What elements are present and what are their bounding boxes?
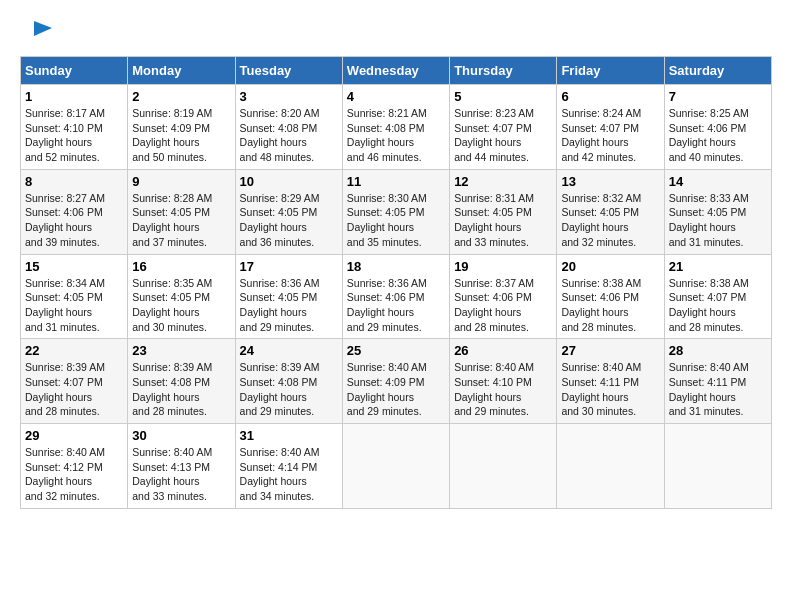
day-detail: Sunrise: 8:40 AMSunset: 4:09 PMDaylight … [347,360,445,419]
day-number: 6 [561,89,659,104]
calendar-cell [557,424,664,509]
day-detail: Sunrise: 8:28 AMSunset: 4:05 PMDaylight … [132,191,230,250]
calendar-week-row: 15Sunrise: 8:34 AMSunset: 4:05 PMDayligh… [21,254,772,339]
calendar-cell: 19Sunrise: 8:37 AMSunset: 4:06 PMDayligh… [450,254,557,339]
day-detail: Sunrise: 8:40 AMSunset: 4:11 PMDaylight … [669,360,767,419]
calendar-cell: 9Sunrise: 8:28 AMSunset: 4:05 PMDaylight… [128,169,235,254]
calendar-cell: 20Sunrise: 8:38 AMSunset: 4:06 PMDayligh… [557,254,664,339]
day-number: 22 [25,343,123,358]
day-detail: Sunrise: 8:29 AMSunset: 4:05 PMDaylight … [240,191,338,250]
day-detail: Sunrise: 8:40 AMSunset: 4:11 PMDaylight … [561,360,659,419]
day-number: 13 [561,174,659,189]
day-of-week-header: Tuesday [235,57,342,85]
day-number: 12 [454,174,552,189]
day-detail: Sunrise: 8:39 AMSunset: 4:08 PMDaylight … [132,360,230,419]
calendar-cell: 30Sunrise: 8:40 AMSunset: 4:13 PMDayligh… [128,424,235,509]
day-detail: Sunrise: 8:25 AMSunset: 4:06 PMDaylight … [669,106,767,165]
day-number: 9 [132,174,230,189]
day-number: 10 [240,174,338,189]
day-detail: Sunrise: 8:39 AMSunset: 4:07 PMDaylight … [25,360,123,419]
day-detail: Sunrise: 8:34 AMSunset: 4:05 PMDaylight … [25,276,123,335]
calendar-cell: 11Sunrise: 8:30 AMSunset: 4:05 PMDayligh… [342,169,449,254]
calendar-cell: 16Sunrise: 8:35 AMSunset: 4:05 PMDayligh… [128,254,235,339]
calendar-cell: 1Sunrise: 8:17 AMSunset: 4:10 PMDaylight… [21,85,128,170]
calendar-cell: 27Sunrise: 8:40 AMSunset: 4:11 PMDayligh… [557,339,664,424]
svg-marker-0 [34,21,52,36]
day-of-week-header: Friday [557,57,664,85]
day-detail: Sunrise: 8:40 AMSunset: 4:14 PMDaylight … [240,445,338,504]
calendar-cell: 15Sunrise: 8:34 AMSunset: 4:05 PMDayligh… [21,254,128,339]
day-detail: Sunrise: 8:20 AMSunset: 4:08 PMDaylight … [240,106,338,165]
calendar-cell: 29Sunrise: 8:40 AMSunset: 4:12 PMDayligh… [21,424,128,509]
day-number: 14 [669,174,767,189]
day-of-week-header: Monday [128,57,235,85]
day-number: 26 [454,343,552,358]
calendar-cell: 2Sunrise: 8:19 AMSunset: 4:09 PMDaylight… [128,85,235,170]
day-detail: Sunrise: 8:33 AMSunset: 4:05 PMDaylight … [669,191,767,250]
day-number: 11 [347,174,445,189]
calendar-table: SundayMondayTuesdayWednesdayThursdayFrid… [20,56,772,509]
day-detail: Sunrise: 8:40 AMSunset: 4:10 PMDaylight … [454,360,552,419]
day-number: 29 [25,428,123,443]
day-number: 31 [240,428,338,443]
day-number: 20 [561,259,659,274]
day-detail: Sunrise: 8:38 AMSunset: 4:06 PMDaylight … [561,276,659,335]
day-number: 5 [454,89,552,104]
day-number: 17 [240,259,338,274]
day-detail: Sunrise: 8:32 AMSunset: 4:05 PMDaylight … [561,191,659,250]
calendar-cell: 25Sunrise: 8:40 AMSunset: 4:09 PMDayligh… [342,339,449,424]
day-number: 15 [25,259,123,274]
calendar-cell: 23Sunrise: 8:39 AMSunset: 4:08 PMDayligh… [128,339,235,424]
calendar-week-row: 8Sunrise: 8:27 AMSunset: 4:06 PMDaylight… [21,169,772,254]
day-number: 24 [240,343,338,358]
calendar-cell: 22Sunrise: 8:39 AMSunset: 4:07 PMDayligh… [21,339,128,424]
calendar-cell [450,424,557,509]
day-number: 3 [240,89,338,104]
logo [20,20,54,46]
day-of-week-header: Sunday [21,57,128,85]
day-detail: Sunrise: 8:31 AMSunset: 4:05 PMDaylight … [454,191,552,250]
calendar-header-row: SundayMondayTuesdayWednesdayThursdayFrid… [21,57,772,85]
logo-icon [24,16,54,46]
day-detail: Sunrise: 8:21 AMSunset: 4:08 PMDaylight … [347,106,445,165]
day-of-week-header: Wednesday [342,57,449,85]
calendar-cell: 21Sunrise: 8:38 AMSunset: 4:07 PMDayligh… [664,254,771,339]
calendar-cell: 31Sunrise: 8:40 AMSunset: 4:14 PMDayligh… [235,424,342,509]
day-number: 19 [454,259,552,274]
calendar-cell: 13Sunrise: 8:32 AMSunset: 4:05 PMDayligh… [557,169,664,254]
day-detail: Sunrise: 8:36 AMSunset: 4:05 PMDaylight … [240,276,338,335]
day-number: 21 [669,259,767,274]
calendar-cell: 17Sunrise: 8:36 AMSunset: 4:05 PMDayligh… [235,254,342,339]
calendar-cell: 24Sunrise: 8:39 AMSunset: 4:08 PMDayligh… [235,339,342,424]
page-header [20,20,772,46]
calendar-cell [664,424,771,509]
day-detail: Sunrise: 8:40 AMSunset: 4:13 PMDaylight … [132,445,230,504]
day-number: 25 [347,343,445,358]
day-detail: Sunrise: 8:38 AMSunset: 4:07 PMDaylight … [669,276,767,335]
day-detail: Sunrise: 8:23 AMSunset: 4:07 PMDaylight … [454,106,552,165]
calendar-cell: 8Sunrise: 8:27 AMSunset: 4:06 PMDaylight… [21,169,128,254]
calendar-week-row: 29Sunrise: 8:40 AMSunset: 4:12 PMDayligh… [21,424,772,509]
day-number: 1 [25,89,123,104]
calendar-week-row: 1Sunrise: 8:17 AMSunset: 4:10 PMDaylight… [21,85,772,170]
day-detail: Sunrise: 8:39 AMSunset: 4:08 PMDaylight … [240,360,338,419]
day-detail: Sunrise: 8:35 AMSunset: 4:05 PMDaylight … [132,276,230,335]
day-of-week-header: Saturday [664,57,771,85]
calendar-cell: 14Sunrise: 8:33 AMSunset: 4:05 PMDayligh… [664,169,771,254]
calendar-cell: 28Sunrise: 8:40 AMSunset: 4:11 PMDayligh… [664,339,771,424]
day-number: 23 [132,343,230,358]
day-number: 16 [132,259,230,274]
calendar-cell: 5Sunrise: 8:23 AMSunset: 4:07 PMDaylight… [450,85,557,170]
day-detail: Sunrise: 8:30 AMSunset: 4:05 PMDaylight … [347,191,445,250]
day-detail: Sunrise: 8:36 AMSunset: 4:06 PMDaylight … [347,276,445,335]
day-number: 30 [132,428,230,443]
calendar-cell: 26Sunrise: 8:40 AMSunset: 4:10 PMDayligh… [450,339,557,424]
calendar-cell: 4Sunrise: 8:21 AMSunset: 4:08 PMDaylight… [342,85,449,170]
day-number: 7 [669,89,767,104]
day-detail: Sunrise: 8:17 AMSunset: 4:10 PMDaylight … [25,106,123,165]
day-number: 28 [669,343,767,358]
day-number: 8 [25,174,123,189]
calendar-cell [342,424,449,509]
calendar-cell: 3Sunrise: 8:20 AMSunset: 4:08 PMDaylight… [235,85,342,170]
calendar-week-row: 22Sunrise: 8:39 AMSunset: 4:07 PMDayligh… [21,339,772,424]
